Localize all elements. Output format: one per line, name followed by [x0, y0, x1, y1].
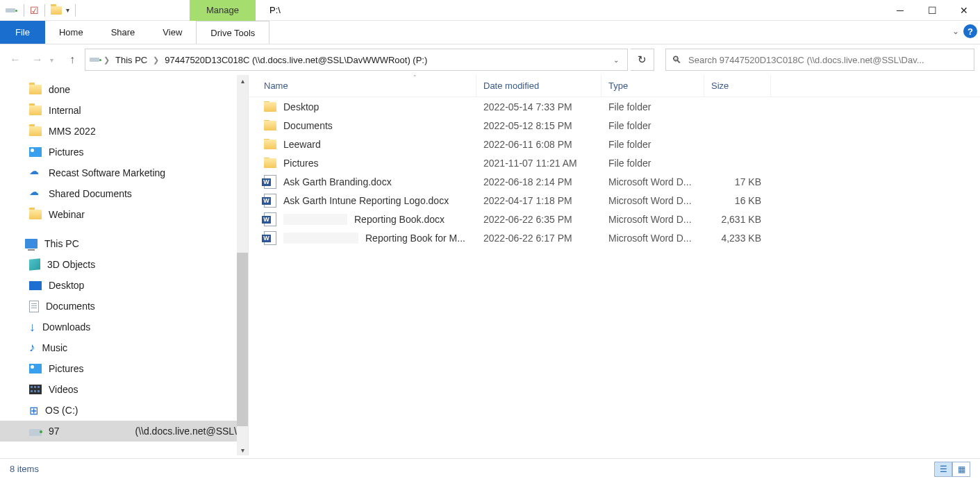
up-button[interactable]: ↑ — [63, 50, 82, 69]
thumbnails-view-button[interactable]: ▦ — [952, 462, 970, 477]
tree-item[interactable]: OS (C:) — [0, 400, 248, 421]
tab-file[interactable]: File — [0, 21, 45, 44]
cloud-icon — [29, 168, 42, 178]
file-size: 16 KB — [704, 195, 771, 206]
ribbon-tabs: File Home Share View Drive Tools ⌄ ? — [0, 21, 980, 44]
file-name: Documents — [283, 120, 333, 131]
folder-icon — [29, 210, 42, 219]
help-icon[interactable]: ? — [963, 24, 977, 38]
column-type[interactable]: Type — [601, 75, 704, 96]
folder-icon — [264, 140, 276, 149]
tree-item[interactable]: Videos — [0, 379, 248, 400]
file-row[interactable]: Ask Garth Branding.docx2022-06-18 2:14 P… — [249, 172, 980, 191]
file-name: Desktop — [283, 101, 319, 112]
tree-item[interactable]: Recast Software Marketing — [0, 162, 248, 183]
tree-item[interactable]: Downloads — [0, 317, 248, 337]
search-box[interactable]: 🔍︎ Search 97447520D13C018C (\\d.docs.liv… — [665, 49, 974, 71]
folder-icon — [264, 121, 276, 131]
tree-item[interactable]: Shared Documents — [0, 183, 248, 204]
file-size: 2,631 KB — [704, 214, 771, 225]
tab-share[interactable]: Share — [97, 21, 149, 44]
file-row[interactable]: Desktop2022-05-14 7:33 PMFile folder — [249, 97, 980, 116]
chevron-right-icon[interactable]: ❯ — [151, 56, 160, 65]
tree-label: Documents — [46, 301, 95, 312]
tree-item[interactable]: Documents — [0, 296, 248, 317]
redacted-text — [283, 214, 347, 225]
file-row[interactable]: Pictures2021-11-07 11:21 AMFile folder — [249, 153, 980, 172]
tree-item[interactable]: Desktop — [0, 275, 248, 296]
ribbon-collapse-icon[interactable]: ⌄ — [952, 26, 959, 36]
file-type: Microsoft Word D... — [601, 214, 704, 225]
breadcrumb-current[interactable]: 97447520D13C018C (\\d.docs.live.net@SSL\… — [160, 55, 431, 65]
tab-view[interactable]: View — [149, 21, 196, 44]
file-row[interactable]: Leeward2022-06-11 6:08 PMFile folder — [249, 135, 980, 153]
scroll-down-icon[interactable]: ▾ — [237, 444, 248, 455]
qat-dropdown-icon[interactable]: ▾ — [66, 6, 69, 14]
tree-item[interactable]: Webinar — [0, 204, 248, 225]
tree-item[interactable]: Internal — [0, 100, 248, 121]
forward-button[interactable]: → — [28, 50, 47, 69]
chevron-right-icon[interactable]: ❯ — [102, 56, 111, 65]
minimize-button[interactable]: ─ — [884, 0, 916, 21]
column-date[interactable]: Date modified — [476, 75, 601, 96]
back-button[interactable]: ← — [6, 50, 25, 69]
drive-icon — [4, 5, 18, 16]
divider — [44, 4, 45, 17]
tree-label: Music — [42, 342, 68, 353]
tree-label: Desktop — [49, 280, 84, 291]
file-type: Microsoft Word D... — [601, 195, 704, 206]
tree-item[interactable]: 3D Objects — [0, 254, 248, 275]
file-list[interactable]: Name˄ Date modified Type Size Desktop202… — [249, 75, 980, 455]
file-row[interactable]: Documents2022-05-12 8:15 PMFile folder — [249, 116, 980, 135]
sort-indicator-icon: ˄ — [413, 74, 417, 81]
tab-home[interactable]: Home — [45, 21, 97, 44]
file-name: Reporting Book for M... — [365, 233, 465, 244]
status-item-count: 8 items — [10, 464, 39, 474]
tree-item[interactable]: Pictures — [0, 142, 248, 162]
tree-label: This PC — [44, 238, 79, 249]
details-view-button[interactable]: ☰ — [934, 462, 952, 477]
tree-item[interactable]: Music — [0, 337, 248, 358]
file-date: 2022-06-11 6:08 PM — [476, 139, 601, 150]
tree-item-this-pc[interactable]: This PC — [0, 233, 248, 254]
refresh-button[interactable]: ↻ — [631, 49, 654, 71]
file-date: 2022-04-17 1:18 PM — [476, 195, 601, 206]
tree-label: Internal — [49, 105, 81, 116]
file-name: Leeward — [283, 139, 321, 150]
file-type: File folder — [601, 120, 704, 131]
history-dropdown-icon[interactable]: ▾ — [50, 56, 60, 64]
scroll-up-icon[interactable]: ▴ — [237, 75, 248, 86]
breadcrumb-root[interactable]: This PC — [111, 55, 151, 65]
network-drive-icon — [29, 429, 42, 436]
maximize-button[interactable]: ☐ — [916, 0, 948, 21]
navigation-tree[interactable]: done Internal MMS 2022 Pictures Recast S… — [0, 75, 249, 455]
window-controls: ─ ☐ ✕ — [884, 0, 980, 21]
close-button[interactable]: ✕ — [948, 0, 980, 21]
file-type: File folder — [601, 101, 704, 112]
file-row[interactable]: Reporting Book for M...2022-06-22 6:17 P… — [249, 228, 980, 247]
address-dropdown-icon[interactable]: ⌄ — [608, 56, 624, 64]
tree-item[interactable]: Pictures — [0, 358, 248, 379]
tab-drive-tools[interactable]: Drive Tools — [196, 21, 269, 44]
folder-icon — [29, 85, 42, 94]
file-name: Reporting Book.docx — [354, 214, 445, 225]
file-size: 17 KB — [704, 176, 771, 187]
video-icon — [29, 385, 42, 394]
view-toggles: ☰ ▦ — [934, 462, 970, 477]
word-doc-icon — [264, 194, 276, 208]
tree-label: MMS 2022 — [49, 126, 96, 137]
tree-item[interactable]: MMS 2022 — [0, 121, 248, 142]
scrollbar-thumb[interactable] — [237, 253, 248, 426]
column-name[interactable]: Name˄ — [249, 75, 476, 96]
address-bar[interactable]: ❯ This PC ❯ 97447520D13C018C (\\d.docs.l… — [85, 49, 628, 71]
file-date: 2022-06-18 2:14 PM — [476, 176, 601, 187]
properties-icon[interactable]: ☑ — [30, 5, 39, 16]
column-size[interactable]: Size — [704, 75, 771, 96]
tree-item-selected[interactable]: 97 (\\d.docs.live.net@SSL\ — [0, 421, 248, 442]
file-row[interactable]: Reporting Book.docx2022-06-22 6:35 PMMic… — [249, 210, 980, 228]
file-row[interactable]: Ask Garth Intune Reporting Logo.docx2022… — [249, 191, 980, 210]
tree-item[interactable]: done — [0, 79, 248, 100]
file-date: 2022-06-22 6:17 PM — [476, 233, 601, 244]
contextual-tab-manage[interactable]: Manage — [190, 0, 256, 21]
folder-icon[interactable] — [51, 6, 62, 15]
